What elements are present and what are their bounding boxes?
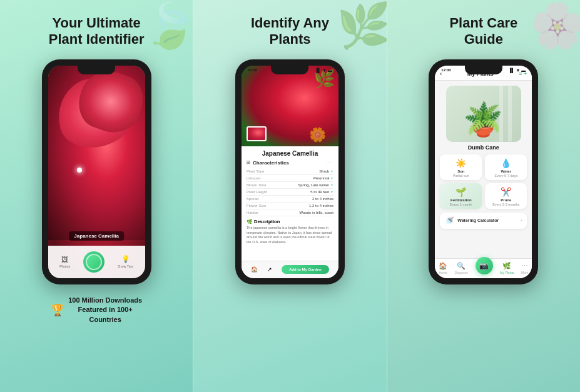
table-row: Lifespan Perennial ▼ bbox=[247, 175, 333, 182]
desc-icon: 🌿 bbox=[247, 219, 252, 224]
phone2-plant-name: Japanese Camellia bbox=[247, 150, 333, 157]
panel3-title: Plant Care Guide bbox=[449, 15, 517, 48]
watering-calc-icon: 🚿 bbox=[445, 216, 454, 225]
phone2-image: 🌿 🌼 bbox=[242, 66, 338, 146]
tab-home[interactable]: 🏠 Home bbox=[439, 262, 447, 274]
chars-menu[interactable]: ··· bbox=[325, 160, 333, 166]
wifi-icon: ▼ bbox=[322, 68, 327, 73]
table-row: Flower Size 1.2 to 4 inches bbox=[247, 203, 333, 209]
home-icon: 🏠 bbox=[439, 262, 447, 270]
care-prune: ✂️ Prune Every 2-3 months bbox=[485, 183, 527, 209]
add-to-garden-btn[interactable]: Add to My Garden bbox=[282, 265, 329, 274]
panel-3: 🌸 Plant Care Guide 12:00 ▐▌ ▼ ▬ ‹ My Pla… bbox=[387, 0, 580, 392]
phone3-content: 12:00 ▐▌ ▼ ▬ ‹ My Plants ≡ + 🪴 bbox=[435, 66, 532, 278]
tab-diagnose[interactable]: 🔍 Diagnose bbox=[455, 262, 468, 274]
signal-icon-3: ▐▌ bbox=[508, 68, 514, 73]
phone2-notch bbox=[271, 66, 308, 74]
phone1-bg: Japanese Camellia 🖼 Photos 💡 Grow Tips bbox=[48, 66, 145, 278]
phone-1: Japanese Camellia 🖼 Photos 💡 Grow Tips bbox=[42, 59, 151, 284]
leaf-decoration-3: 🌸 bbox=[530, 0, 580, 50]
phone1-notch bbox=[78, 66, 115, 74]
camera-icon: 📷 bbox=[479, 261, 489, 270]
table-row: Plant Type Shrub ▼ bbox=[247, 168, 333, 175]
badge-laurel: 🏆 100 Million Downloads Featured in 100+… bbox=[51, 296, 142, 324]
window-light bbox=[499, 86, 515, 142]
battery-icon-3: ▬ bbox=[521, 68, 526, 73]
watering-calc-label: Watering Calculator bbox=[457, 218, 517, 223]
phone2-desc-header: 🌿 Description bbox=[247, 219, 333, 224]
phone2-desc-text: The japanese camellia is a bright flower… bbox=[247, 226, 333, 245]
camera-tab[interactable]: 📷 bbox=[476, 257, 493, 274]
fertilize-icon: 🌱 bbox=[455, 187, 466, 197]
panel2-title: Identify Any Plants bbox=[251, 15, 329, 48]
water-icon: 💧 bbox=[501, 158, 511, 168]
badge-text-2: Featured in 100+ bbox=[68, 305, 142, 314]
phone1-screen: Japanese Camellia 🖼 Photos 💡 Grow Tips bbox=[48, 66, 145, 278]
prune-icon: ✂️ bbox=[501, 187, 511, 197]
chars-icon: ⊞ bbox=[247, 160, 250, 165]
phone1-flower bbox=[48, 66, 145, 240]
panel1-title: Your Ultimate Plant Identifier bbox=[49, 15, 145, 48]
phone2-screen: 12:00 ▐▌ ▼ ▬ 🌿 🌼 Japanese Camellia bbox=[242, 66, 338, 278]
phone3-tab-bar: 🏠 Home 🔍 Diagnose 📷 🌿 My Plants bbox=[435, 258, 532, 278]
tab-my-plants[interactable]: 🌿 My Plants bbox=[500, 262, 514, 274]
table-row: Spread 2 to 4 inches bbox=[247, 196, 333, 203]
plant-emoji: 🪴 bbox=[463, 101, 504, 139]
wifi-icon-3: ▼ bbox=[516, 68, 520, 73]
leaf-decoration-2: 🌿 bbox=[337, 0, 387, 50]
phone2-info: Japanese Camellia ⊞ Characteristics ··· … bbox=[242, 146, 338, 261]
phone2-bottom-bar: 🏠 ↗ Add to My Garden bbox=[242, 261, 338, 278]
care-grid: ☀️ Sun Partial sun 💧 Water Every 5-7 day… bbox=[440, 154, 527, 209]
table-row: Habitat Woods in hills, coast bbox=[247, 209, 333, 216]
sun-icon: ☀️ bbox=[455, 158, 466, 168]
status-icons-2: ▐▌ ▼ ▬ bbox=[315, 68, 332, 73]
table-row: Plant Height 5 to 49 feet ▼ bbox=[247, 189, 333, 196]
phone1-photos-btn[interactable]: 🖼 Photos bbox=[59, 256, 70, 268]
phone3-screen: 12:00 ▐▌ ▼ ▬ ‹ My Plants ≡ + 🪴 bbox=[435, 66, 532, 278]
phone1-tips-btn[interactable]: 💡 Grow Tips bbox=[118, 255, 133, 268]
identify-btn-inner bbox=[86, 254, 102, 270]
chevron-right-icon: › bbox=[521, 218, 522, 223]
phone-3: 12:00 ▐▌ ▼ ▬ ‹ My Plants ≡ + 🪴 bbox=[429, 59, 538, 284]
phone1-bottom-bar: 🖼 Photos 💡 Grow Tips bbox=[48, 246, 145, 278]
phone2-thumbnail bbox=[247, 126, 267, 141]
my-plants-icon: 🌿 bbox=[502, 262, 511, 270]
phone1-plant-label: Japanese Camellia bbox=[69, 231, 124, 241]
share-icon[interactable]: 🏠 bbox=[251, 266, 258, 273]
status-icons-3: ▐▌ ▼ ▬ bbox=[508, 68, 526, 73]
identify-button[interactable] bbox=[83, 251, 104, 273]
watering-calculator[interactable]: 🚿 Watering Calculator › bbox=[440, 213, 527, 229]
panel-2: 🌿 Identify Any Plants 12:00 ▐▌ ▼ ▬ 🌿 � bbox=[193, 0, 387, 392]
bookmark-icon[interactable]: ↗ bbox=[267, 266, 272, 273]
leaf-decoration-1: 🍃 bbox=[143, 0, 193, 50]
badge-text-3: Countries bbox=[68, 315, 142, 324]
diagnose-icon: 🔍 bbox=[457, 262, 466, 270]
care-sun: ☀️ Sun Partial sun bbox=[440, 154, 482, 180]
phone3-plant-img: 🪴 bbox=[446, 86, 521, 142]
phone3-plant-name: Dumb Cane bbox=[435, 144, 532, 151]
panel-1: 🍃 Your Ultimate Plant Identifier Japanes… bbox=[0, 0, 193, 392]
table-row: Bloom Time Spring, Late winter ▼ bbox=[247, 182, 333, 189]
phone-2: 12:00 ▐▌ ▼ ▬ 🌿 🌼 Japanese Camellia bbox=[235, 59, 345, 284]
more-icon: ⋯ bbox=[521, 262, 528, 270]
phone2-chars-header: ⊞ Characteristics ··· bbox=[247, 160, 333, 166]
badge-text-1: 100 Million Downloads bbox=[68, 296, 142, 305]
tab-more[interactable]: ⋯ More bbox=[521, 262, 528, 274]
badge-footer: 🏆 100 Million Downloads Featured in 100+… bbox=[51, 293, 142, 324]
care-fertilization: 🌱 Fertilization Every 1 month bbox=[440, 183, 482, 209]
care-water: 💧 Water Every 5-7 days bbox=[485, 154, 527, 180]
signal-icon: ▐▌ bbox=[315, 68, 321, 73]
flower-bg: 🌼 bbox=[309, 127, 326, 143]
laurel-left: 🏆 bbox=[51, 303, 64, 317]
phone2-rows: Plant Type Shrub ▼ Lifespan Perennial ▼ … bbox=[247, 168, 333, 216]
phone3-notch bbox=[465, 66, 502, 74]
phone2-content: 12:00 ▐▌ ▼ ▬ 🌿 🌼 Japanese Camellia bbox=[242, 66, 338, 278]
chars-title: Characteristics bbox=[253, 160, 289, 166]
battery-icon: ▬ bbox=[328, 68, 332, 73]
